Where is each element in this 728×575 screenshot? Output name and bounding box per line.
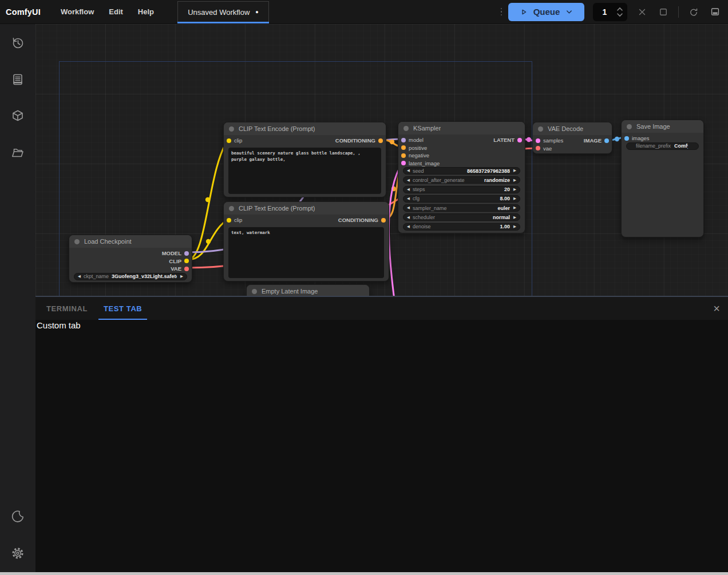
widget-value: normal <box>438 215 510 220</box>
output-slot-CONDITIONING[interactable]: CONDITIONING <box>338 216 386 224</box>
widget-sampler_name[interactable]: ◀sampler_nameeuler▶ <box>403 204 520 212</box>
batch-count-input[interactable]: 1 <box>593 3 627 21</box>
node-title-bar[interactable]: Load Checkpoint <box>69 235 192 248</box>
slot-dot <box>401 161 406 165</box>
widget-ckpt_name[interactable]: ◀ckpt_name3Guofeng3_v32Light.safeten...▶ <box>74 273 187 280</box>
node-title-bar[interactable]: Save Image <box>622 120 703 133</box>
widget-control_after_generate[interactable]: ◀control_after_generaterandomize▶ <box>403 176 520 184</box>
node-library-icon[interactable] <box>10 109 25 124</box>
node-clip-text-encode-negative[interactable]: CLIP Text Encode (Prompt)clipCONDITIONIN… <box>223 201 389 281</box>
output-slot-MODEL[interactable]: MODEL <box>162 249 189 257</box>
widget-value: euler <box>450 205 510 211</box>
node-status-dot <box>229 206 234 211</box>
node-clip-text-encode-positive[interactable]: CLIP Text Encode (Prompt)clipCONDITIONIN… <box>223 122 386 197</box>
workflows-folder-icon[interactable] <box>10 145 25 160</box>
workflow-tab[interactable]: Unsaved Workflow ● <box>177 1 269 23</box>
widget-seed[interactable]: ◀seed865837297962388▶ <box>403 167 520 175</box>
widget-left-arrow-icon[interactable]: ◀ <box>78 275 81 279</box>
history-icon[interactable] <box>10 35 25 50</box>
menu-help[interactable]: Help <box>130 7 161 16</box>
node-title-bar[interactable]: CLIP Text Encode (Prompt) <box>224 122 386 135</box>
input-slot-label: vae <box>543 145 552 152</box>
widget-value: 8.00 <box>423 196 510 201</box>
widget-label: cfg <box>413 196 420 201</box>
widget-left-arrow-icon[interactable]: ◀ <box>407 169 410 173</box>
input-slot-latent_image[interactable]: latent_image <box>401 160 440 168</box>
input-slot-model[interactable]: model <box>401 136 424 144</box>
slot-rows: samplesIMAGEvae <box>533 135 612 152</box>
horizontal-scrollbar[interactable] <box>0 572 728 575</box>
widget-value: randomize <box>468 177 510 183</box>
widget-right-arrow-icon[interactable]: ▶ <box>513 225 516 229</box>
theme-toggle-icon[interactable] <box>10 509 25 524</box>
node-title-bar[interactable]: CLIP Text Encode (Prompt) <box>224 202 389 215</box>
node-title-bar[interactable]: VAE Decode <box>533 122 612 135</box>
queue-drag-handle-icon[interactable] <box>501 8 503 16</box>
slot-rows: modelLATENTpositivenegativelatent_image <box>398 134 525 167</box>
input-slot-samples[interactable]: samples <box>536 137 563 145</box>
widget-left-arrow-icon[interactable]: ◀ <box>407 188 410 192</box>
output-slot-VAE[interactable]: VAE <box>171 265 189 273</box>
spinner-down-icon[interactable] <box>616 13 623 17</box>
slot-dot <box>227 218 231 223</box>
widget-right-arrow-icon[interactable]: ▶ <box>513 169 516 173</box>
node-title-bar[interactable]: KSampler <box>398 122 525 134</box>
input-slot-positive[interactable]: positive <box>401 144 427 152</box>
menu-edit[interactable]: Edit <box>101 7 130 16</box>
toggle-bottom-panel-icon[interactable] <box>709 6 721 18</box>
input-slot-images[interactable]: images <box>624 134 650 142</box>
widget-right-arrow-icon[interactable]: ▶ <box>513 206 516 210</box>
input-slot-clip[interactable]: clip <box>227 137 242 145</box>
widget-left-arrow-icon[interactable]: ◀ <box>407 179 410 183</box>
chevron-down-icon[interactable] <box>565 7 573 16</box>
settings-gear-icon[interactable] <box>10 546 25 561</box>
node-empty-latent-image[interactable]: Empty Latent Image <box>246 284 370 296</box>
node-title-bar[interactable]: Empty Latent Image <box>247 285 369 296</box>
slot-row: clipCONDITIONING <box>224 137 386 145</box>
widget-value: 1.00 <box>434 224 510 229</box>
node-ksampler[interactable]: KSamplermodelLATENTpositivenegativelaten… <box>398 121 525 233</box>
widget-cfg[interactable]: ◀cfg8.00▶ <box>403 195 520 203</box>
node-title-label: Load Checkpoint <box>84 238 132 245</box>
output-slot-LATENT[interactable]: LATENT <box>493 136 522 144</box>
output-slot-CONDITIONING[interactable]: CONDITIONING <box>335 137 383 145</box>
widget-left-arrow-icon[interactable]: ◀ <box>407 197 410 201</box>
widget-right-arrow-icon[interactable]: ▶ <box>513 197 516 201</box>
widget-scheduler[interactable]: ◀schedulernormal▶ <box>403 213 520 221</box>
queue-button[interactable]: Queue <box>508 3 584 21</box>
output-slot-CLIP[interactable]: CLIP <box>169 257 189 265</box>
widget-left-arrow-icon[interactable]: ◀ <box>407 225 410 229</box>
stop-icon[interactable] <box>657 6 670 18</box>
node-save-image[interactable]: Save Imageimagesfilename_prefixComfyUI <box>621 120 704 237</box>
widget-left-arrow-icon[interactable]: ◀ <box>407 206 410 210</box>
input-slot-label: negative <box>409 152 429 158</box>
input-slot-label: clip <box>234 217 242 223</box>
node-load-checkpoint[interactable]: Load CheckpointMODELCLIPVAE◀ckpt_name3Gu… <box>69 235 192 283</box>
prompt-textarea[interactable]: text, watermark <box>228 227 384 279</box>
output-slot-IMAGE[interactable]: IMAGE <box>584 137 609 145</box>
input-slot-clip[interactable]: clip <box>227 216 242 224</box>
clear-queue-icon[interactable] <box>636 6 648 18</box>
widget-right-arrow-icon[interactable]: ▶ <box>180 275 183 279</box>
graph-canvas[interactable]: Load CheckpointMODELCLIPVAE◀ckpt_name3Gu… <box>35 24 728 296</box>
tab-test-tab[interactable]: TEST TAB <box>98 297 147 320</box>
slot-dot <box>624 136 629 141</box>
input-slot-vae[interactable]: vae <box>536 145 552 153</box>
widget-right-arrow-icon[interactable]: ▶ <box>513 188 516 192</box>
node-vae-decode[interactable]: VAE DecodesamplesIMAGEvae <box>532 122 612 154</box>
close-panel-icon[interactable]: × <box>713 303 720 314</box>
widget-right-arrow-icon[interactable]: ▶ <box>513 179 516 183</box>
widget-steps[interactable]: ◀steps20▶ <box>403 186 520 193</box>
widget-denoise[interactable]: ◀denoise1.00▶ <box>403 223 520 231</box>
menu-workflow[interactable]: Workflow <box>53 7 101 16</box>
widget-filename_prefix[interactable]: filename_prefixComfyUI <box>626 142 699 150</box>
input-slot-negative[interactable]: negative <box>401 152 429 160</box>
widget-right-arrow-icon[interactable]: ▶ <box>513 216 516 220</box>
prompt-textarea[interactable]: beautiful scenery nature glass bottle la… <box>228 148 381 195</box>
logs-icon[interactable] <box>10 72 25 87</box>
spinner-up-icon[interactable] <box>616 7 623 11</box>
batch-count-spinner[interactable] <box>616 7 623 17</box>
tab-terminal[interactable]: TERMINAL <box>41 297 93 320</box>
widget-left-arrow-icon[interactable]: ◀ <box>407 216 410 220</box>
refresh-icon[interactable] <box>687 6 700 18</box>
